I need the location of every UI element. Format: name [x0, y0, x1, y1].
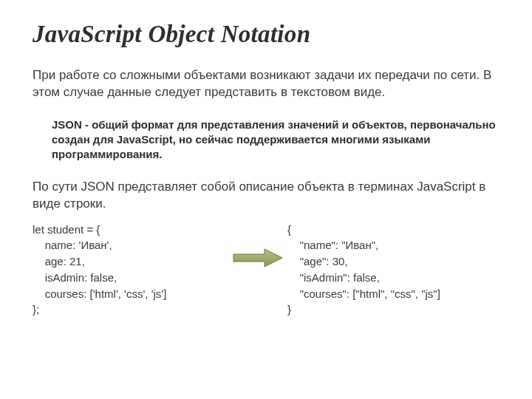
svg-marker-0 [233, 249, 282, 267]
summary-paragraph: По сути JSON представляет собой описание… [33, 179, 499, 213]
slide-title: JavaScript Object Notation [33, 21, 499, 48]
json-output-code: { "name": "Иван", "age": 30, "isAdmin": … [287, 222, 499, 318]
json-definition: JSON - общий формат для представления зн… [33, 117, 499, 163]
arrow-right-icon [232, 247, 284, 269]
slide: JavaScript Object Notation При работе со… [0, 0, 532, 399]
code-comparison: let student = { name: 'Иван', age: 21, i… [33, 222, 499, 318]
js-object-code: let student = { name: 'Иван', age: 21, i… [33, 222, 228, 318]
arrow-container [228, 222, 287, 269]
intro-paragraph: При работе со сложными объектами возника… [33, 67, 499, 101]
